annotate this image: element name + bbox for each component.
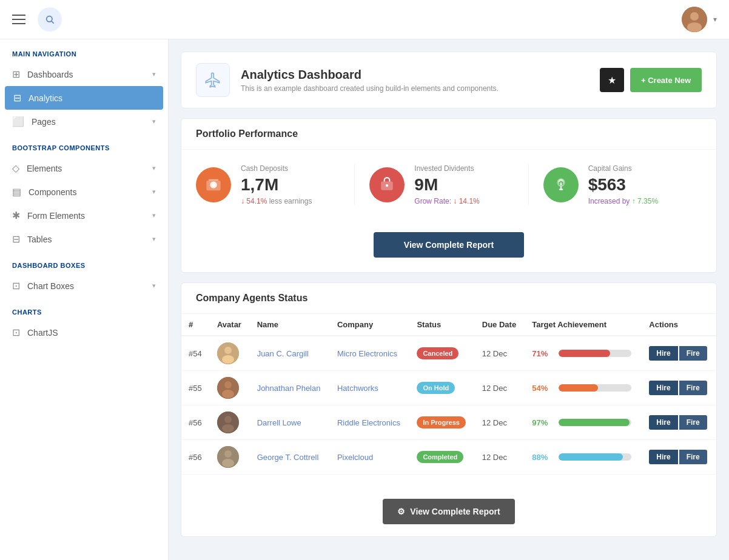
svg-rect-8 xyxy=(209,179,218,181)
col-status: Status xyxy=(409,314,474,336)
row-avatar xyxy=(210,405,250,440)
portfolio-stats: Cash Deposits 1,7M 54.1% less earnings xyxy=(196,164,702,205)
progress-bar xyxy=(559,384,631,392)
layout: MAIN NAVIGATION ⊞ Dashboards ▾ ⊟ Analyti… xyxy=(0,39,729,560)
row-actions: Hire Fire xyxy=(642,336,716,371)
invested-dividents-sub: Grow Rate: ↓ 14.1% xyxy=(414,197,479,205)
row-status: In Progress xyxy=(409,405,474,440)
capital-gains-label: Capital Gains xyxy=(588,164,658,173)
status-badge: Completed xyxy=(417,451,463,463)
status-badge: On Hold xyxy=(417,382,455,394)
star-button[interactable]: ★ xyxy=(600,68,624,92)
svg-point-26 xyxy=(222,459,234,467)
fire-button[interactable]: Fire xyxy=(679,381,707,395)
progress-fill xyxy=(559,419,629,426)
sidebar-item-analytics[interactable]: ⊟ Analytics xyxy=(5,86,163,110)
chart-boxes-icon: ⊡ xyxy=(12,280,20,292)
agents-table: # Avatar Name Company Status Due Date Ta… xyxy=(181,314,716,474)
row-num: #56 xyxy=(181,405,210,440)
table-row: #56 George T. Cottrell Pixelcloud Comple… xyxy=(181,440,716,475)
page-title: Analytics Dashboard xyxy=(241,68,499,82)
col-due-date: Due Date xyxy=(475,314,525,336)
portfolio-card-header: Portfolio Performance xyxy=(181,119,716,150)
fire-button[interactable]: Fire xyxy=(679,450,707,464)
hire-button[interactable]: Hire xyxy=(649,415,677,430)
avatar[interactable] xyxy=(682,7,707,32)
page-header-right: ★ + Create New xyxy=(600,68,702,92)
capital-gains-data: Capital Gains $563 Increased by ↑ 7.35% xyxy=(588,164,658,205)
invested-dividents-icon xyxy=(369,167,405,202)
svg-point-22 xyxy=(224,416,232,423)
table-row: #56 Darrell Lowe Riddle Electronics In P… xyxy=(181,405,716,440)
sidebar-item-components[interactable]: ▤ Components ▾ xyxy=(0,180,168,204)
sidebar-item-tables[interactable]: ⊟ Tables ▾ xyxy=(0,227,168,251)
col-name: Name xyxy=(250,314,330,336)
invested-dividents-data: Invested Dividents 9M Grow Rate: ↓ 14.1% xyxy=(414,164,479,205)
sidebar-section-dashboard-boxes: DASHBOARD BOXES xyxy=(0,251,168,274)
sidebar-item-elements-label: Elements xyxy=(27,164,62,173)
topbar: ▾ xyxy=(0,0,729,39)
main-content: Analytics Dashboard This is an example d… xyxy=(169,39,729,560)
tables-icon: ⊟ xyxy=(12,233,20,245)
sidebar-section-main-nav: MAIN NAVIGATION xyxy=(0,39,168,62)
col-avatar: Avatar xyxy=(210,314,250,336)
hire-button[interactable]: Hire xyxy=(649,381,677,395)
plane-icon xyxy=(204,72,221,88)
row-actions: Hire Fire xyxy=(642,405,716,440)
fire-button[interactable]: Fire xyxy=(679,346,707,361)
row-due-date: 12 Dec xyxy=(475,405,525,440)
page-header-text: Analytics Dashboard This is an example d… xyxy=(241,68,499,93)
components-arrow: ▾ xyxy=(152,188,156,196)
cash-deposits-label: Cash Deposits xyxy=(241,164,312,173)
company-agents-body: # Avatar Name Company Status Due Date Ta… xyxy=(181,314,716,474)
sidebar-item-analytics-label: Analytics xyxy=(29,93,62,103)
progress-fill xyxy=(559,350,610,357)
col-num: # xyxy=(181,314,210,336)
sidebar-item-chartjs-label: ChartJS xyxy=(27,328,58,338)
pages-arrow: ▾ xyxy=(152,118,156,125)
sidebar-item-form-elements[interactable]: ✱ Form Elements ▾ xyxy=(0,204,168,227)
progress-pct: 97% xyxy=(532,418,554,427)
row-actions: Hire Fire xyxy=(642,371,716,405)
portfolio-card-body: Cash Deposits 1,7M 54.1% less earnings xyxy=(181,150,716,220)
sidebar-item-elements[interactable]: ◇ Elements ▾ xyxy=(0,156,168,180)
row-num: #54 xyxy=(181,336,210,371)
row-status: Canceled xyxy=(409,336,474,371)
invested-dividents-label: Invested Dividents xyxy=(414,164,479,173)
fire-button[interactable]: Fire xyxy=(679,415,707,430)
gear-icon: ⚙ xyxy=(397,507,405,516)
sidebar-item-components-label: Components xyxy=(29,187,76,197)
svg-point-17 xyxy=(222,355,234,364)
agents-report-button[interactable]: ⚙ View Complete Report xyxy=(383,499,514,524)
row-due-date: 12 Dec xyxy=(475,440,525,475)
elements-icon: ◇ xyxy=(12,162,19,174)
row-num: #55 xyxy=(181,371,210,405)
portfolio-report-button[interactable]: View Complete Report xyxy=(374,232,524,258)
svg-point-7 xyxy=(212,183,216,187)
sidebar-item-pages[interactable]: ⬜ Pages ▾ xyxy=(0,110,168,133)
sidebar-item-chart-boxes-label: Chart Boxes xyxy=(27,281,74,291)
search-button[interactable] xyxy=(38,7,62,32)
cash-deposits-icon xyxy=(196,167,231,202)
page-subtitle: This is an example dashboard created usi… xyxy=(241,84,499,93)
dashboards-arrow: ▾ xyxy=(152,70,156,78)
hire-button[interactable]: Hire xyxy=(649,450,677,464)
hire-button[interactable]: Hire xyxy=(649,346,677,361)
row-target: 54% xyxy=(525,371,642,405)
page-header-left: Analytics Dashboard This is an example d… xyxy=(196,63,499,97)
sidebar-item-chart-boxes[interactable]: ⊡ Chart Boxes ▾ xyxy=(0,274,168,298)
sidebar-item-chartjs[interactable]: ⊡ ChartJS xyxy=(0,321,168,344)
hamburger-icon[interactable] xyxy=(12,15,25,24)
create-new-button[interactable]: + Create New xyxy=(630,68,702,92)
row-due-date: 12 Dec xyxy=(475,336,525,371)
row-name: Darrell Lowe xyxy=(250,405,330,440)
topbar-left xyxy=(12,7,62,32)
elements-arrow: ▾ xyxy=(152,164,156,172)
user-dropdown-caret[interactable]: ▾ xyxy=(713,15,717,24)
progress-bar xyxy=(559,453,631,461)
sidebar-item-dashboards[interactable]: ⊞ Dashboards ▾ xyxy=(0,62,168,86)
row-avatar xyxy=(210,371,250,405)
page-header: Analytics Dashboard This is an example d… xyxy=(181,52,717,108)
col-company: Company xyxy=(330,314,410,336)
svg-point-19 xyxy=(224,381,232,388)
